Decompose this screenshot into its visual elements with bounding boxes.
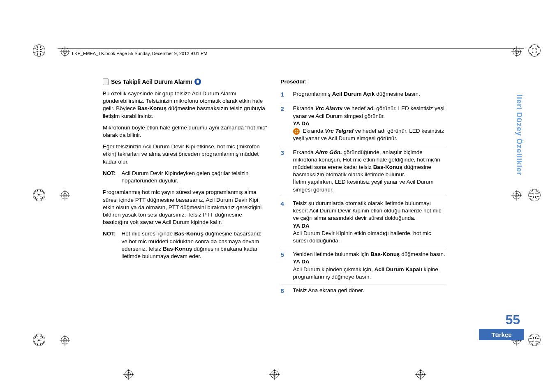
text: İletim yapılırken, LED kesintisiz yeşil …	[293, 179, 434, 192]
text: Telsiz şu durumlarda otomatik olarak ile…	[293, 200, 442, 221]
registration-mark	[528, 44, 541, 57]
note: NOT: Hot mic süresi içinde Bas-Konuş düğ…	[103, 230, 268, 260]
section-heading-row: Ses Takipli Acil Durum Alarmı	[103, 78, 268, 86]
text-bold: Bas-Konuş	[370, 251, 400, 257]
section-side-tab: İleri Düzey Özellikler	[513, 95, 524, 195]
crop-mark	[60, 335, 70, 346]
page-content: Ses Takipli Acil Durum Alarmı Bu özellik…	[103, 78, 446, 298]
procedure-step: 2 Ekranda Vrc Alarmı ve hedef adı görünü…	[281, 102, 446, 146]
step-number: 1	[281, 90, 288, 99]
page-number: 55	[505, 312, 520, 327]
step-body: Telsiz şu durumlarda otomatik olarak ile…	[293, 200, 446, 244]
text-bold: Bas-Konuş	[137, 105, 166, 111]
crop-mark	[123, 369, 134, 380]
procedure-step: 1 Programlanmış Acil Durum Açık düğmesin…	[281, 88, 446, 102]
step-number: 3	[281, 149, 288, 194]
text: düğmesine basın.	[400, 251, 445, 257]
text-bold-italic: Vrc Telgraf	[325, 128, 354, 134]
text-bold: Bas-Konuş	[163, 246, 192, 252]
note-body: Hot mic süresi içinde Bas-Konuş düğmesin…	[122, 230, 268, 260]
text-bold: Acil Durum Kapalı	[375, 266, 422, 272]
text: Acil Durum Devir Kipinin etkin olmadığı …	[293, 230, 431, 244]
text: Ekranda	[293, 105, 315, 111]
or-label: YA DA	[293, 258, 310, 265]
step-body: Ekranda Vrc Alarmı ve hedef adı görünür.…	[293, 105, 446, 142]
step-number: 6	[281, 287, 288, 295]
text: Hot mic süresi içinde	[122, 231, 174, 237]
step-body: Yeniden iletimde bulunmak için Bas-Konuş…	[293, 251, 446, 281]
section-heading: Ses Takipli Acil Durum Alarmı	[111, 78, 192, 86]
procedure-step: 6 Telsiz Ana ekrana geri döner.	[281, 284, 446, 298]
step-body: Telsiz Ana ekrana geri döner.	[293, 287, 446, 295]
text-bold-italic: Vrc Alarmı	[315, 105, 343, 111]
step-number: 5	[281, 251, 288, 281]
page-icon	[103, 78, 109, 85]
crop-mark	[511, 46, 522, 57]
running-header: LKP_EMEA_TK.book Page 55 Sunday, Decembe…	[72, 51, 207, 56]
registration-mark	[33, 44, 45, 57]
text: düğmesine basın.	[375, 91, 420, 97]
language-tab: Türkçe	[479, 329, 524, 340]
note-body: Acil Durum Devir Kipindeyken gelen çağrı…	[122, 170, 268, 184]
step-body: Erkanda Alrm Gön. göründüğünde, anlaşılı…	[293, 149, 446, 194]
header-rule	[58, 48, 524, 48]
text: Programlanmış	[293, 91, 332, 97]
procedure-step: 5 Yeniden iletimde bulunmak için Bas-Kon…	[281, 248, 446, 284]
crop-mark	[60, 190, 70, 201]
crop-mark	[60, 46, 70, 57]
text: Acil Durum kipinden çıkmak için,	[293, 266, 375, 272]
step-number: 2	[281, 105, 288, 142]
step-number: 4	[281, 200, 288, 244]
left-column: Ses Takipli Acil Durum Alarmı Bu özellik…	[103, 78, 268, 298]
procedure-title: Prosedür:	[281, 78, 446, 85]
paragraph: Eğer telsizinizin Acil Durum Devir Kipi …	[103, 143, 268, 166]
procedure-step: 4 Telsiz şu durumlarda otomatik olarak i…	[281, 197, 446, 248]
antenna-icon	[293, 128, 300, 135]
note-label: NOT:	[103, 230, 116, 260]
or-label: YA DA	[293, 223, 310, 229]
text-bold: Bas-Konuş	[174, 231, 204, 237]
text-bold-italic: Alrm Gön.	[315, 149, 342, 155]
paragraph: Mikrofonun böyle etkin hale gelme durumu…	[103, 124, 268, 139]
paragraph: Programlanmış hot mic yayın süresi veya …	[103, 189, 268, 226]
feature-icon	[194, 78, 201, 85]
paragraph: Bu özellik sayesinde bir grup telsize Ac…	[103, 90, 268, 120]
text: Erkanda	[293, 149, 315, 155]
text: Ekranda	[301, 128, 325, 134]
note-label: NOT:	[103, 170, 116, 184]
step-body: Programlanmış Acil Durum Açık düğmesine …	[293, 90, 446, 99]
crop-mark	[269, 369, 280, 380]
or-label: YA DA	[293, 120, 310, 127]
registration-mark	[528, 334, 541, 346]
right-column: Prosedür: 1 Programlanmış Acil Durum Açı…	[281, 78, 446, 298]
registration-mark	[528, 189, 541, 201]
text-bold: Bas-Konuş	[373, 164, 402, 170]
text: Yeniden iletimde bulunmak için	[293, 251, 371, 257]
crop-mark	[415, 369, 426, 380]
text-bold: Acil Durum Açık	[332, 91, 375, 97]
registration-mark	[33, 189, 45, 201]
note: NOT: Acil Durum Devir Kipindeyken gelen …	[103, 170, 268, 184]
procedure-step: 3 Erkanda Alrm Gön. göründüğünde, anlaşı…	[281, 146, 446, 197]
registration-mark	[33, 334, 45, 346]
